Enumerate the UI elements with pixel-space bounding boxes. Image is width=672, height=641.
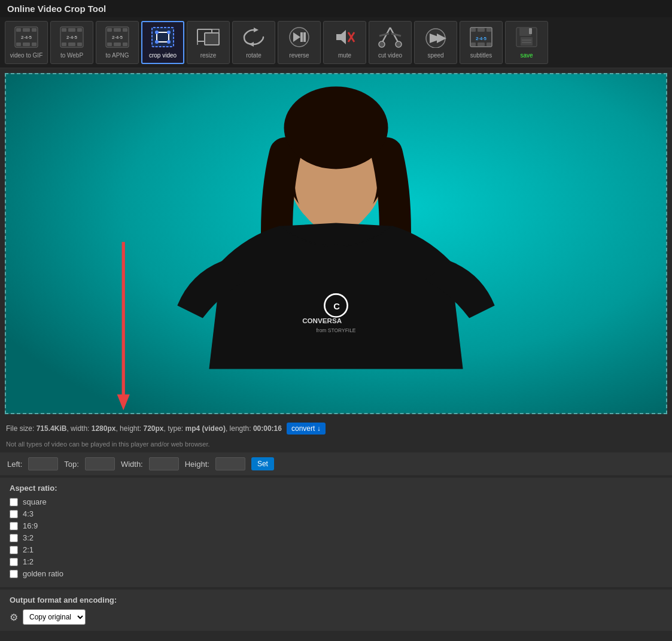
svg-point-27: [167, 40, 171, 44]
svg-rect-21: [114, 42, 121, 46]
svg-rect-52: [471, 42, 476, 46]
aspect-ratio-section: Aspect ratio: square 4:3 16:9 3:2 2:1 1:…: [0, 478, 672, 587]
tool-label: resize: [200, 52, 217, 59]
crop-icon: [151, 26, 175, 50]
tool-rotate[interactable]: rotate: [232, 21, 275, 64]
tool-reverse[interactable]: reverse: [278, 21, 321, 64]
svg-rect-5: [23, 42, 30, 46]
resize-icon: [196, 26, 220, 50]
svg-text:C: C: [333, 302, 340, 311]
ratio-square[interactable]: square: [10, 497, 662, 506]
tool-label: reverse: [289, 52, 309, 59]
svg-text:from STORYFILE: from STORYFILE: [316, 327, 355, 333]
svg-point-67: [284, 87, 388, 169]
ratio-4-3-checkbox[interactable]: [10, 510, 18, 518]
ratio-3-2-label: 3:2: [23, 533, 34, 542]
tool-label: cut video: [378, 52, 402, 59]
tool-to-webp[interactable]: 2·4·5 to WebP: [50, 21, 93, 64]
convert-button[interactable]: convert ↓: [287, 423, 326, 435]
output-title: Output format and encoding:: [10, 596, 662, 604]
svg-rect-22: [123, 42, 127, 46]
file-info-bar: File size: 715.4KiB, width: 1280px, heig…: [0, 419, 672, 438]
svg-rect-54: [486, 42, 491, 46]
svg-rect-59: [529, 28, 532, 34]
width-input[interactable]: [149, 457, 179, 470]
ratio-golden-label: golden ratio: [23, 569, 63, 578]
svg-rect-11: [77, 28, 82, 32]
svg-rect-2: [23, 28, 30, 32]
svg-rect-4: [16, 42, 21, 46]
ratio-golden[interactable]: golden ratio: [10, 569, 662, 578]
svg-rect-12: [62, 42, 66, 46]
height-input[interactable]: [215, 457, 245, 470]
ratio-2-1[interactable]: 2:1: [10, 545, 662, 554]
ratio-golden-checkbox[interactable]: [10, 570, 18, 578]
file-info-text: File size: 715.4KiB, width: 1280px, heig…: [6, 424, 282, 433]
output-section: Output format and encoding: ⚙ Copy origi…: [0, 590, 672, 631]
svg-rect-20: [107, 42, 112, 46]
tool-to-apng[interactable]: 2·4·5 to APNG: [96, 21, 139, 64]
svg-rect-19: [123, 28, 127, 32]
reverse-icon: [287, 26, 311, 50]
ratio-1-2-label: 1:2: [23, 557, 34, 566]
width-label: Width:: [121, 460, 143, 469]
svg-rect-33: [300, 32, 303, 42]
svg-rect-49: [471, 28, 476, 32]
tool-crop-video[interactable]: crop video: [141, 21, 184, 64]
ratio-square-checkbox[interactable]: [10, 498, 18, 506]
svg-rect-50: [478, 28, 485, 32]
warning-text: Not all types of video can be played in …: [0, 438, 672, 450]
svg-line-43: [379, 34, 389, 36]
ratio-1-2[interactable]: 1:2: [10, 557, 662, 566]
ratio-16-9-label: 16:9: [23, 521, 38, 530]
svg-rect-6: [32, 42, 37, 46]
svg-text:2·4·5: 2·4·5: [112, 35, 123, 40]
tool-label: save: [520, 52, 533, 59]
svg-point-28: [155, 40, 159, 44]
height-label: Height:: [185, 460, 209, 469]
video-canvas: C CONVERSA from STORYFILE: [6, 74, 666, 413]
svg-rect-61: [522, 42, 531, 43]
video-area: C CONVERSA from STORYFILE: [5, 73, 667, 414]
tool-label: to WebP: [60, 52, 83, 59]
tool-mute[interactable]: mute: [323, 21, 366, 64]
tool-video-to-gif[interactable]: 2·4·5 video to GIF: [5, 21, 48, 64]
svg-text:2·4·5: 2·4·5: [21, 35, 32, 40]
format-select[interactable]: Copy original MP4 (H.264) WebM GIF: [23, 609, 86, 625]
tool-subtitles[interactable]: 2·4·5 subtitles: [460, 21, 503, 64]
ratio-1-2-checkbox[interactable]: [10, 558, 18, 566]
ratio-4-3[interactable]: 4:3: [10, 509, 662, 518]
svg-rect-35: [336, 34, 341, 40]
tool-cut-video[interactable]: cut video: [369, 21, 412, 64]
svg-rect-1: [16, 28, 21, 32]
ratio-2-1-checkbox[interactable]: [10, 546, 18, 554]
svg-rect-9: [62, 28, 66, 32]
set-button[interactable]: Set: [251, 457, 274, 470]
aspect-ratio-title: Aspect ratio:: [10, 484, 662, 493]
ratio-3-2[interactable]: 3:2: [10, 533, 662, 542]
left-input[interactable]: [28, 457, 58, 470]
ratio-3-2-checkbox[interactable]: [10, 534, 18, 542]
output-row: ⚙ Copy original MP4 (H.264) WebM GIF: [10, 609, 662, 625]
tool-speed[interactable]: speed: [414, 21, 457, 64]
svg-point-42: [396, 41, 402, 47]
film-icon: 2·4·5: [14, 26, 38, 50]
tool-label: mute: [338, 52, 351, 59]
tool-save[interactable]: save: [505, 21, 548, 64]
svg-rect-13: [68, 42, 75, 46]
svg-point-25: [155, 31, 159, 34]
tool-label: video to GIF: [10, 52, 42, 59]
tool-label: rotate: [246, 52, 261, 59]
ratio-16-9-checkbox[interactable]: [10, 522, 18, 530]
svg-marker-36: [341, 30, 346, 44]
top-label: Top:: [64, 460, 79, 469]
top-input[interactable]: [85, 457, 115, 470]
ratio-2-1-label: 2:1: [23, 545, 34, 554]
svg-rect-53: [478, 42, 485, 46]
svg-rect-3: [32, 28, 37, 32]
speed-icon: [424, 26, 448, 50]
tool-resize[interactable]: resize: [187, 21, 230, 64]
svg-rect-17: [107, 28, 112, 32]
ratio-16-9[interactable]: 16:9: [10, 521, 662, 530]
save-icon: [515, 26, 539, 50]
